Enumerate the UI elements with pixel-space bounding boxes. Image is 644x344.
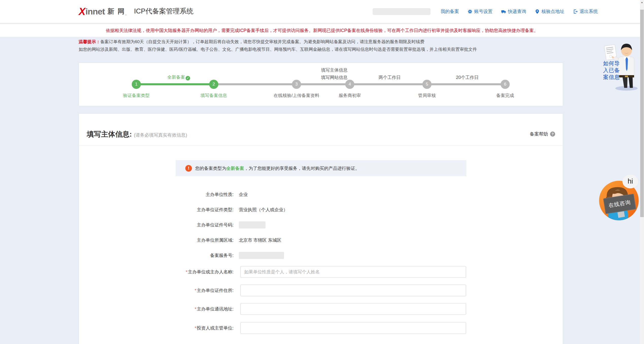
scroll-up-arrow[interactable]: ▲ [640,1,644,4]
required-star: * [195,326,196,330]
logo-x: X [79,6,86,17]
required-star: * [195,307,196,311]
legal-banner: 依据相关法律法规，使用中国大陆服务器开办网站的用户，需要完成ICP备案手续后，才… [0,24,644,37]
cert-address-input[interactable] [240,285,466,296]
row-org-name-label: *主办单位或主办人名称: [79,266,234,278]
question-circle-icon: ? [550,132,555,137]
logo-innet: innet [86,7,105,16]
subject-info-card: 填写主体信息: (请务必填写真实有效信息) 备案帮助 ? ! 您的备案类型为全新… [79,113,563,344]
row-cert-address-label: *主办单位证件住所: [79,285,234,297]
import-tip-line3: 案信息 [603,74,620,80]
row-cert-type: 主办单位证件类型: 营业执照（个人或企业） [79,206,563,213]
truck-icon [501,9,506,14]
import-helper-text: 如何导 入已备 案信息 [603,60,620,80]
notice-prefix: 温馨提示： [79,39,100,44]
icp-filing-page: Xinnet 新 网。 ICP代备案管理系统 我的备案 [0,0,644,344]
page-title: ICP代备案管理系统 [134,7,193,16]
logo-mark: 。 [125,12,128,16]
warm-notice: 温馨提示：备案订单有效期为60天（自提交当天开始计算），订单超期后将自动失效，请… [79,38,569,53]
required-star: * [195,288,196,293]
step-1-circle: 1 [132,80,141,89]
check-circle-icon: ✓ [186,76,190,80]
row-mail-address-label-text: 主办单位通讯地址: [197,306,234,312]
row-mail-address-label: *主办单位通讯地址: [79,303,234,315]
nav-verification-address[interactable]: 核验点地址 [535,8,564,14]
row-region-label: 主办单位所属区域: [79,237,234,244]
stepper-track-done [136,83,214,85]
row-investor-label-text: 投资人或主管单位: [197,325,234,331]
redacted-cert-number [239,221,266,228]
row-org-nature-value: 企业 [239,191,248,198]
row-region-value: 北京市 市辖区 东城区 [239,237,281,244]
monitor-stand [617,211,625,218]
progress-stepper: 全新备案✓ 填写主体信息 填写网站信息 两个工作日 20个工作日 1 2 3 4… [79,63,563,106]
investor-input[interactable] [240,322,466,334]
row-org-name-label-text: 主办单位或主办人名称: [188,269,234,274]
nav-logout[interactable]: 退出系统 [573,8,598,14]
nav-account-settings[interactable]: 账号设置 [468,8,492,14]
logo-chinese: 新 网 [107,7,125,16]
filing-help-link[interactable]: 备案帮助 ? [530,131,555,137]
import-tip-line2: 入已备 [603,67,620,74]
mail-address-input[interactable] [240,303,466,315]
alert-post: ，为了您能更好的享受服务，请先对购买的产品进行验证。 [244,166,360,171]
step-3-circle: 3 [292,80,301,89]
import-filing-helper[interactable]: 如何导 入已备 案信息 [603,38,641,93]
redacted-username [373,8,431,15]
row-cert-number-label: 主办单位证件号码: [79,221,234,228]
card-subtitle: (请务必填写真实有效信息) [134,132,187,138]
row-mail-address: *主办单位通讯地址: [79,303,563,315]
step-6-label: 备案完成 [454,92,556,99]
step-5-circle: 5 [422,80,432,89]
online-consult-button[interactable]: 在线咨询 hi [598,175,644,224]
consult-label: 在线咨询 [608,199,631,209]
org-name-input[interactable] [240,266,466,278]
row-org-name: *主办单位或主办人名称: [79,266,563,278]
alert-pre: 您的备案类型为 [195,166,226,171]
scrollbar-thumb[interactable] [640,10,644,217]
anno-two-workdays: 两个工作日 [349,74,430,80]
row-org-nature-label: 主办单位性质: [79,191,234,198]
row-cert-number: 主办单位证件号码: [79,221,563,228]
nav-express-query[interactable]: 快递查询 [501,8,526,14]
top-header: Xinnet 新 网。 ICP代备案管理系统 我的备案 [0,0,644,23]
alert-highlight: 全新备案 [226,166,244,171]
row-service-number-label: 备案服务号: [79,252,234,259]
anno-twenty-workdays: 20个工作日 [427,74,508,80]
row-org-nature: 主办单位性质: 企业 [79,191,563,198]
import-tip-line1: 如何导 [603,60,620,67]
nav-verification-address-label: 核验点地址 [541,8,564,14]
row-cert-type-value: 营业执照（个人或企业） [239,206,288,213]
filing-type-alert: ! 您的备案类型为全新备案，为了您能更好的享受服务，请先对购买的产品进行验证。 [176,160,466,176]
step-4-circle: 4 [345,80,354,89]
nav-my-filings[interactable]: 我的备案 [441,8,459,14]
top-nav: 我的备案 账号设置 [373,0,598,23]
step-6-circle: 6 [501,80,510,89]
anno-fill-subject: 填写主体信息 [294,67,375,73]
anno-new-filing: 全新备案 [167,75,185,80]
nav-account-settings-label: 账号设置 [474,8,492,14]
page-scrollbar[interactable]: ▲ [640,0,644,344]
row-cert-address-label-text: 主办单位证件住所: [197,288,234,293]
stepper-anno-filing-type: 全新备案✓ [138,74,219,80]
xinnet-logo: Xinnet 新 网。 [79,6,128,17]
redacted-service-number [239,252,284,259]
card-divider [79,145,563,146]
row-cert-type-label: 主办单位证件类型: [79,206,234,213]
card-title: 填写主体信息: [87,129,132,139]
nav-my-filings-label: 我的备案 [441,8,459,14]
nav-logout-label: 退出系统 [580,8,598,14]
exclamation-icon: ! [185,165,192,172]
row-cert-address: *主办单位证件住所: [79,285,563,296]
row-investor-label: *投资人或主管单位: [79,322,234,334]
card-header: 填写主体信息: (请务必填写真实有效信息) [87,129,187,139]
step-2-circle: 2 [209,80,218,89]
nav-express-query-label: 快递查询 [508,8,526,14]
logout-icon [573,9,578,14]
gear-icon [468,9,472,14]
filing-help-label: 备案帮助 [530,131,548,137]
hi-speech-bubble: hi [622,175,638,188]
legal-banner-text: 依据相关法律法规，使用中国大陆服务器开办网站的用户，需要完成ICP备案手续后，才… [106,27,538,34]
notice-line-1-text: 备案订单有效期为60天（自提交当天开始计算），订单超期后将自动失效，请您尽快提交… [100,39,424,44]
alert-text: 您的备案类型为全新备案，为了您能更好的享受服务，请先对购买的产品进行验证。 [195,165,360,171]
